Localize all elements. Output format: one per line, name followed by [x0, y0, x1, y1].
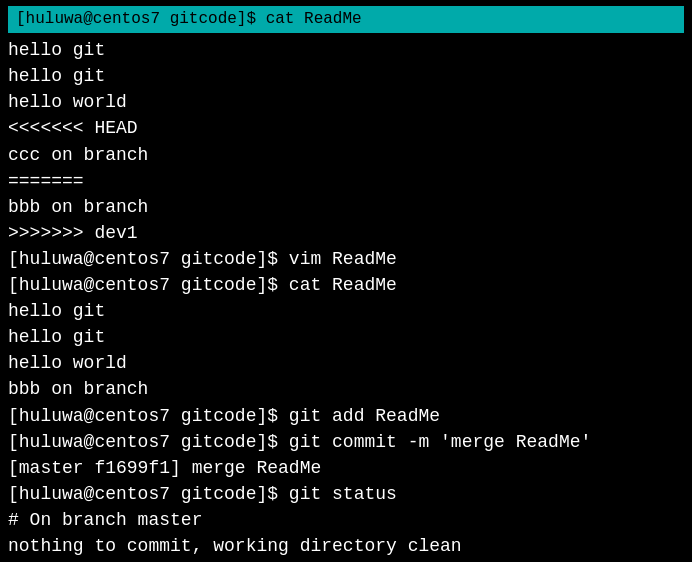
terminal-line: [huluwa@centos7 gitcode]$ cat ReadMe	[8, 272, 684, 298]
terminal-line: [huluwa@centos7 gitcode]$ vim ReadMe	[8, 246, 684, 272]
terminal-line: hello git	[8, 37, 684, 63]
terminal-line: hello git	[8, 324, 684, 350]
terminal-title-bar: [huluwa@centos7 gitcode]$ cat ReadMe	[8, 6, 684, 33]
terminal-line: nothing to commit, working directory cle…	[8, 533, 684, 559]
terminal-window: [huluwa@centos7 gitcode]$ cat ReadMe hel…	[0, 0, 692, 562]
terminal-line: hello world	[8, 350, 684, 376]
terminal-line: [huluwa@centos7 gitcode]$ git status	[8, 481, 684, 507]
terminal-line: [huluwa@centos7 gitcode]$ git add ReadMe	[8, 403, 684, 429]
terminal-line: bbb on branch	[8, 376, 684, 402]
terminal-line: >>>>>>> dev1	[8, 220, 684, 246]
terminal-line: [master f1699f1] merge ReadMe	[8, 455, 684, 481]
terminal-line: hello git	[8, 298, 684, 324]
terminal-line: hello world	[8, 89, 684, 115]
terminal-line: bbb on branch	[8, 194, 684, 220]
terminal-output: hello githello githello world<<<<<<< HEA…	[8, 37, 684, 562]
terminal-line: [huluwa@centos7 gitcode]$ git commit -m …	[8, 429, 684, 455]
terminal-line: # On branch master	[8, 507, 684, 533]
terminal-line: hello git	[8, 63, 684, 89]
terminal-line: <<<<<<< HEAD	[8, 115, 684, 141]
terminal-line: ccc on branch	[8, 142, 684, 168]
terminal-line: =======	[8, 168, 684, 194]
